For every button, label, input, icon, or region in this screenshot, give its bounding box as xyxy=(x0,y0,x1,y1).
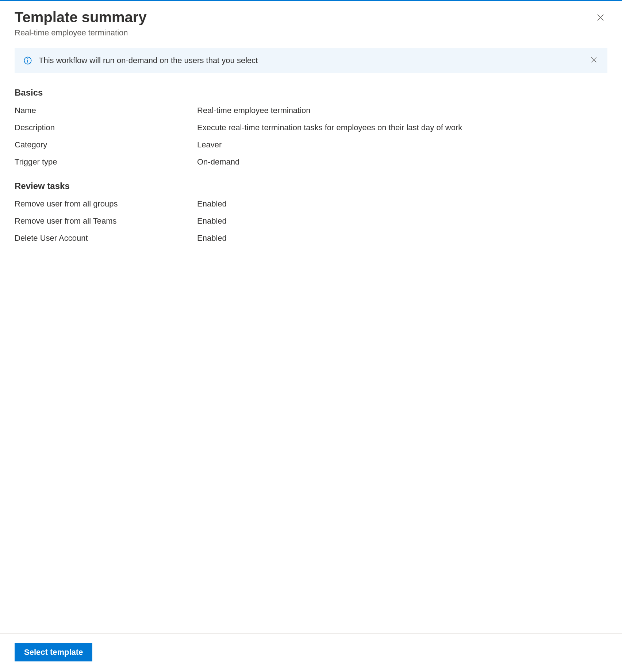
close-button[interactable] xyxy=(594,11,607,26)
dismiss-banner-button[interactable] xyxy=(589,55,599,66)
info-banner: This workflow will run on-demand on the … xyxy=(15,48,607,73)
value-remove-teams: Enabled xyxy=(197,215,227,227)
label-name: Name xyxy=(15,104,197,116)
section-heading-basics: Basics xyxy=(15,88,607,98)
panel-footer: Select template xyxy=(0,633,622,671)
kv-row: Description Execute real-time terminatio… xyxy=(15,121,607,134)
header-text-block: Template summary Real-time employee term… xyxy=(15,8,147,38)
tasks-section: Review tasks Remove user from all groups… xyxy=(15,181,607,244)
value-trigger-type: On-demand xyxy=(197,156,239,168)
label-category: Category xyxy=(15,139,197,151)
value-delete-user: Enabled xyxy=(197,232,227,244)
info-icon xyxy=(23,56,32,65)
select-template-button[interactable]: Select template xyxy=(15,643,92,661)
label-description: Description xyxy=(15,121,197,134)
kv-row: Name Real-time employee termination xyxy=(15,104,607,116)
close-icon xyxy=(596,13,604,23)
info-banner-content: This workflow will run on-demand on the … xyxy=(23,56,258,65)
label-remove-teams: Remove user from all Teams xyxy=(15,215,197,227)
template-summary-panel: Template summary Real-time employee term… xyxy=(0,1,622,671)
svg-point-3 xyxy=(27,58,28,59)
label-trigger-type: Trigger type xyxy=(15,156,197,168)
panel-header: Template summary Real-time employee term… xyxy=(0,1,622,41)
page-subtitle: Real-time employee termination xyxy=(15,28,147,38)
basics-section: Basics Name Real-time employee terminati… xyxy=(15,88,607,168)
value-category: Leaver xyxy=(197,139,222,151)
label-delete-user: Delete User Account xyxy=(15,232,197,244)
kv-row: Delete User Account Enabled xyxy=(15,232,607,244)
value-name: Real-time employee termination xyxy=(197,104,311,116)
page-title: Template summary xyxy=(15,8,147,26)
close-icon xyxy=(591,57,597,64)
label-remove-groups: Remove user from all groups xyxy=(15,198,197,210)
info-banner-text: This workflow will run on-demand on the … xyxy=(39,56,258,65)
kv-row: Remove user from all Teams Enabled xyxy=(15,215,607,227)
section-heading-tasks: Review tasks xyxy=(15,181,607,191)
value-remove-groups: Enabled xyxy=(197,198,227,210)
kv-row: Trigger type On-demand xyxy=(15,156,607,168)
kv-row: Remove user from all groups Enabled xyxy=(15,198,607,210)
panel-content: Basics Name Real-time employee terminati… xyxy=(0,73,622,633)
value-description: Execute real-time termination tasks for … xyxy=(197,121,462,134)
kv-row: Category Leaver xyxy=(15,139,607,151)
